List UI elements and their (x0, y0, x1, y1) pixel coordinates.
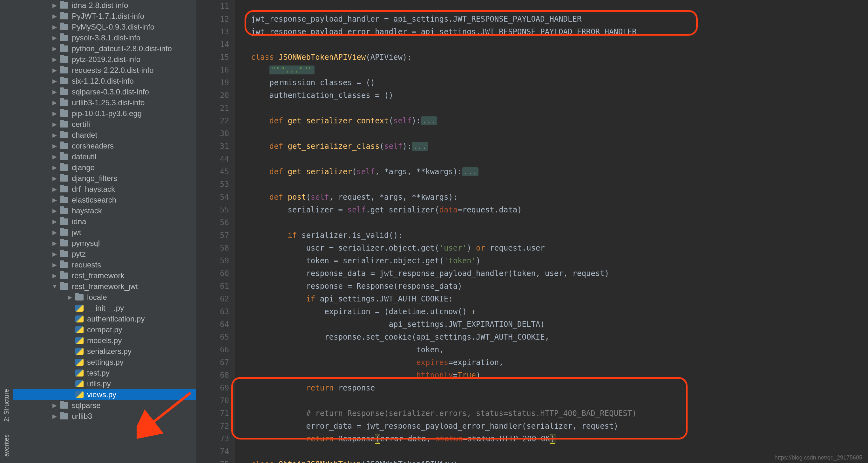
line-number[interactable]: 60 (196, 267, 229, 280)
tree-folder-item[interactable]: ▶requests (13, 259, 196, 270)
line-number[interactable]: 11 (196, 0, 229, 13)
line-number[interactable]: 66 (196, 343, 229, 356)
tree-folder-item[interactable]: ▶pip-10.0.1-py3.6.egg (13, 108, 196, 119)
chevron-right-icon[interactable]: ▶ (52, 261, 58, 268)
code-line[interactable]: authentication_classes = () (251, 89, 868, 102)
line-number[interactable]: 73 (196, 432, 229, 445)
line-number[interactable]: 75 (196, 458, 229, 463)
line-number[interactable]: 14 (196, 38, 229, 51)
line-number[interactable]: 58 (196, 242, 229, 254)
tree-folder-item[interactable]: ▶jwt (13, 227, 196, 238)
tree-folder-item[interactable]: ▶python_dateutil-2.8.0.dist-info (13, 43, 196, 54)
code-line[interactable]: token = serializer.object.get('token') (251, 254, 868, 267)
tree-file-item[interactable]: test.py (13, 368, 196, 378)
tree-folder-item[interactable]: ▼rest_framework_jwt (13, 281, 196, 292)
chevron-right-icon[interactable]: ▶ (52, 197, 58, 204)
line-number[interactable]: 65 (196, 331, 229, 343)
code-line[interactable] (251, 216, 868, 229)
tree-file-item[interactable]: settings.py (13, 357, 196, 368)
line-number[interactable]: 72 (196, 420, 229, 432)
chevron-right-icon[interactable]: ▶ (52, 78, 58, 85)
line-number[interactable]: 62 (196, 293, 229, 305)
line-number[interactable]: 69 (196, 382, 229, 394)
code-line[interactable] (251, 178, 868, 191)
line-number[interactable]: 45 (196, 165, 229, 178)
line-number[interactable]: 20 (196, 89, 229, 102)
code-line[interactable]: if serializer.is_valid(): (251, 229, 868, 242)
chevron-right-icon[interactable]: ▶ (52, 402, 58, 409)
chevron-right-icon[interactable]: ▶ (52, 218, 58, 225)
chevron-right-icon[interactable]: ▶ (52, 24, 58, 31)
line-number[interactable]: 15 (196, 51, 229, 64)
tree-file-item[interactable]: compat.py (13, 324, 196, 335)
line-number[interactable]: 30 (196, 127, 229, 140)
chevron-right-icon[interactable]: ▶ (52, 186, 58, 193)
tree-folder-item[interactable]: ▶pytz-2019.2.dist-info (13, 54, 196, 65)
chevron-right-icon[interactable]: ▶ (52, 13, 58, 20)
tree-folder-item[interactable]: ▶rest_framework (13, 270, 196, 281)
chevron-right-icon[interactable]: ▶ (52, 413, 58, 420)
tree-folder-item[interactable]: ▶idna-2.8.dist-info (13, 0, 196, 11)
code-line[interactable]: # return Response(serializer.errors, sta… (251, 407, 868, 420)
code-line[interactable] (251, 127, 868, 140)
line-number[interactable]: 22 (196, 114, 229, 127)
code-line[interactable]: class JSONWebTokenAPIView(APIView): (251, 51, 868, 64)
code-line[interactable]: user = serializer.object.get('user') or … (251, 242, 868, 254)
code-line[interactable]: def get_serializer(self, *args, **kwargs… (251, 165, 868, 178)
chevron-right-icon[interactable]: ▶ (52, 153, 58, 160)
tree-folder-item[interactable]: ▶pysolr-3.8.1.dist-info (13, 32, 196, 43)
chevron-right-icon[interactable]: ▶ (52, 207, 58, 214)
line-number[interactable]: 16 (196, 64, 229, 76)
code-line[interactable]: api_settings.JWT_EXPIRATION_DELTA) (251, 318, 868, 331)
line-number[interactable]: 19 (196, 76, 229, 89)
tree-folder-item[interactable]: ▶requests-2.22.0.dist-info (13, 65, 196, 76)
line-number[interactable]: 63 (196, 305, 229, 318)
code-line[interactable]: expires=expiration, (251, 356, 868, 369)
code-line[interactable] (251, 38, 868, 51)
chevron-right-icon[interactable]: ▶ (52, 121, 58, 128)
line-number[interactable]: 21 (196, 102, 229, 114)
code-line[interactable]: permission_classes = () (251, 76, 868, 89)
tree-folder-item[interactable]: ▶urllib3-1.25.3.dist-info (13, 97, 196, 108)
code-line[interactable]: if api_settings.JWT_AUTH_COOKIE: (251, 293, 868, 305)
tree-folder-item[interactable]: ▶sqlparse-0.3.0.dist-info (13, 86, 196, 97)
line-number[interactable]: 64 (196, 318, 229, 331)
favorites-tool-label[interactable]: avorites (3, 434, 10, 457)
line-number[interactable]: 61 (196, 280, 229, 293)
line-number[interactable]: 57 (196, 229, 229, 242)
code-content[interactable]: jwt_response_payload_handler = api_setti… (248, 0, 868, 463)
line-number[interactable]: 74 (196, 445, 229, 458)
code-line[interactable] (251, 102, 868, 114)
tree-file-item[interactable]: models.py (13, 335, 196, 346)
line-number[interactable]: 70 (196, 394, 229, 407)
code-line[interactable]: def get_serializer_class(self):... (251, 140, 868, 153)
code-line[interactable]: httponly=True) (251, 369, 868, 382)
code-line[interactable]: error_data = jwt_response_payload_error_… (251, 420, 868, 432)
structure-tool-label[interactable]: 2: Structure (3, 389, 10, 422)
code-line[interactable]: return Response(error_data, status=statu… (251, 432, 868, 445)
chevron-right-icon[interactable]: ▶ (52, 2, 58, 9)
tree-folder-item[interactable]: ▶pytz (13, 249, 196, 259)
chevron-right-icon[interactable]: ▶ (52, 56, 58, 63)
code-line[interactable]: def get_serializer_context(self):... (251, 114, 868, 127)
chevron-right-icon[interactable]: ▶ (52, 175, 58, 182)
tree-folder-item[interactable]: ▶sqlparse (13, 400, 196, 411)
line-number[interactable]: 44 (196, 153, 229, 165)
code-line[interactable] (251, 153, 868, 165)
code-line[interactable] (251, 394, 868, 407)
code-line[interactable]: token, (251, 343, 868, 356)
line-number[interactable]: 13 (196, 25, 229, 38)
line-number[interactable]: 53 (196, 178, 229, 191)
line-number[interactable]: 59 (196, 254, 229, 267)
chevron-right-icon[interactable]: ▶ (52, 45, 58, 52)
chevron-right-icon[interactable]: ▶ (52, 142, 58, 149)
chevron-right-icon[interactable]: ▶ (52, 88, 58, 95)
code-line[interactable]: response = Response(response_data) (251, 280, 868, 293)
tree-folder-item[interactable]: ▶haystack (13, 205, 196, 216)
chevron-right-icon[interactable]: ▶ (52, 229, 58, 236)
code-line[interactable]: jwt_response_payload_error_handler = api… (251, 25, 868, 38)
chevron-right-icon[interactable]: ▶ (67, 294, 73, 301)
chevron-right-icon[interactable]: ▶ (52, 132, 58, 139)
tree-file-item[interactable]: utils.py (13, 378, 196, 389)
code-editor[interactable]: 1112131415161920212230314445535455565758… (196, 0, 868, 463)
